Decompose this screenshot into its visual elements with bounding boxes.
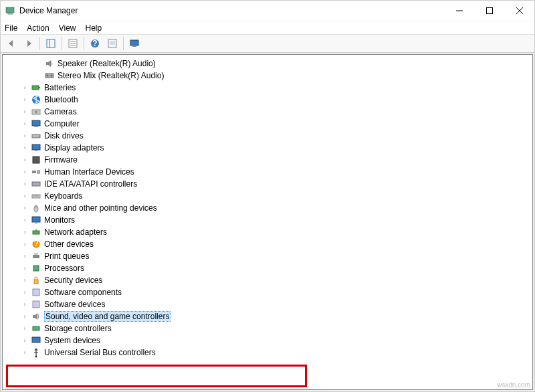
tree-node[interactable]: ›Sound, video and game controllers <box>3 310 532 322</box>
chevron-right-icon[interactable]: › <box>21 193 28 199</box>
chevron-right-icon[interactable]: › <box>21 277 28 284</box>
chevron-right-icon[interactable]: › <box>21 84 28 91</box>
category-label: IDE ATA/ATAPI controllers <box>44 179 137 189</box>
menu-action[interactable]: Action <box>27 23 49 33</box>
svg-rect-26 <box>32 120 40 126</box>
svg-rect-16 <box>130 40 138 45</box>
tree-node[interactable]: ›Human Interface Devices <box>3 166 532 178</box>
chevron-right-icon[interactable]: › <box>21 144 28 151</box>
category-label: Batteries <box>44 83 76 92</box>
chevron-right-icon[interactable]: › <box>21 96 28 103</box>
camera-icon <box>31 106 41 117</box>
other-icon: ? <box>31 239 41 250</box>
svg-rect-49 <box>34 280 38 284</box>
svg-rect-31 <box>35 151 37 151</box>
svg-rect-30 <box>32 144 40 150</box>
category-label: Other devices <box>44 239 94 249</box>
help-button[interactable]: ? <box>87 35 103 52</box>
printer-icon <box>31 251 41 262</box>
tree-node[interactable]: ›Computer <box>3 118 532 130</box>
back-button[interactable] <box>3 35 19 52</box>
app-icon <box>5 5 15 16</box>
chevron-right-icon[interactable]: › <box>21 157 28 163</box>
category-label: System devices <box>44 336 100 345</box>
chevron-right-icon[interactable]: › <box>21 205 28 211</box>
tree-node[interactable]: ›Disk drives <box>3 130 532 142</box>
chevron-right-icon[interactable]: › <box>21 229 28 235</box>
chevron-right-icon[interactable]: › <box>21 120 28 127</box>
scan-button[interactable] <box>104 35 120 52</box>
tree-node[interactable]: ›Processors <box>3 262 532 274</box>
tree-node[interactable]: ›Cameras <box>3 106 532 118</box>
tree-node[interactable]: ›Bluetooth <box>3 94 532 106</box>
svg-rect-3 <box>486 8 492 14</box>
svg-rect-34 <box>37 170 40 174</box>
speaker-icon <box>44 58 55 69</box>
tree-node[interactable]: ›Universal Serial Bus controllers <box>3 347 532 359</box>
tree-node[interactable]: ›Print queues <box>3 250 532 262</box>
devices-button[interactable] <box>126 35 142 52</box>
svg-point-54 <box>35 356 37 358</box>
battery-icon <box>31 82 41 93</box>
close-button[interactable] <box>504 1 534 21</box>
chevron-right-icon[interactable]: › <box>21 289 28 296</box>
sound-icon <box>31 311 41 322</box>
svg-rect-21 <box>32 86 39 90</box>
chevron-right-icon[interactable]: › <box>21 181 28 187</box>
chevron-right-icon[interactable]: › <box>21 169 28 175</box>
tree-node[interactable]: ›Security devices <box>3 274 532 286</box>
device-tree[interactable]: Speaker (Realtek(R) Audio)Stereo Mix (Re… <box>2 54 533 390</box>
maximize-button[interactable] <box>474 1 504 21</box>
svg-rect-53 <box>32 337 40 342</box>
forward-button[interactable] <box>21 35 37 52</box>
device-manager-window: Device Manager File Action View Help ? S… <box>0 0 535 392</box>
svg-rect-50 <box>33 289 39 296</box>
tree-node[interactable]: ›Network adapters <box>3 226 532 238</box>
tree-node[interactable]: ›System devices <box>3 334 532 347</box>
tree-node[interactable]: ›?Other devices <box>3 238 532 250</box>
expander-placeholder <box>35 60 41 67</box>
chevron-right-icon[interactable]: › <box>21 241 28 248</box>
tree-node[interactable]: ›Firmware <box>3 154 532 166</box>
chevron-right-icon[interactable]: › <box>21 349 28 356</box>
chevron-right-icon[interactable]: › <box>21 217 28 223</box>
category-label: Keyboards <box>44 191 82 201</box>
svg-rect-22 <box>39 87 40 88</box>
chevron-right-icon[interactable]: › <box>21 132 28 139</box>
category-label: Storage controllers <box>44 324 112 333</box>
toolbar: ? <box>1 34 534 53</box>
tree-node[interactable]: ›Software devices <box>3 298 532 310</box>
tree-node[interactable]: ›Batteries <box>3 82 532 94</box>
properties-button[interactable] <box>65 35 81 52</box>
tree-node[interactable]: ›Software components <box>3 286 532 298</box>
tree-sub-item[interactable]: Stereo Mix (Realtek(R) Audio) <box>3 70 532 82</box>
tree-node[interactable]: ›IDE ATA/ATAPI controllers <box>3 178 532 190</box>
menu-file[interactable]: File <box>5 23 17 33</box>
chevron-right-icon[interactable]: › <box>21 301 28 308</box>
chevron-right-icon[interactable]: › <box>21 313 28 320</box>
tree-node[interactable]: ›Keyboards <box>3 190 532 202</box>
tree-node[interactable]: ›Monitors <box>3 214 532 226</box>
ide-icon <box>31 179 41 189</box>
chevron-right-icon[interactable]: › <box>21 265 28 272</box>
tree-node[interactable]: ›Display adapters <box>3 142 532 154</box>
svg-rect-32 <box>33 157 39 163</box>
storage-icon <box>31 323 41 334</box>
svg-rect-6 <box>47 39 55 47</box>
menu-view[interactable]: View <box>59 23 76 33</box>
category-label: Display adapters <box>44 143 104 153</box>
chevron-right-icon[interactable]: › <box>21 325 28 332</box>
chevron-right-icon[interactable]: › <box>21 337 28 344</box>
chevron-right-icon[interactable]: › <box>21 253 28 260</box>
tree-sub-item[interactable]: Speaker (Realtek(R) Audio) <box>3 58 532 70</box>
svg-rect-51 <box>33 301 39 308</box>
menu-help[interactable]: Help <box>86 23 102 33</box>
toolbar-separator <box>62 37 62 50</box>
tree-node[interactable]: ›Mice and other pointing devices <box>3 202 532 214</box>
minimize-button[interactable] <box>444 1 474 21</box>
softdev-icon <box>31 299 41 310</box>
show-hide-button[interactable] <box>43 35 59 52</box>
chevron-right-icon[interactable]: › <box>21 108 28 115</box>
svg-rect-40 <box>32 217 40 222</box>
tree-node[interactable]: ›Storage controllers <box>3 322 532 334</box>
